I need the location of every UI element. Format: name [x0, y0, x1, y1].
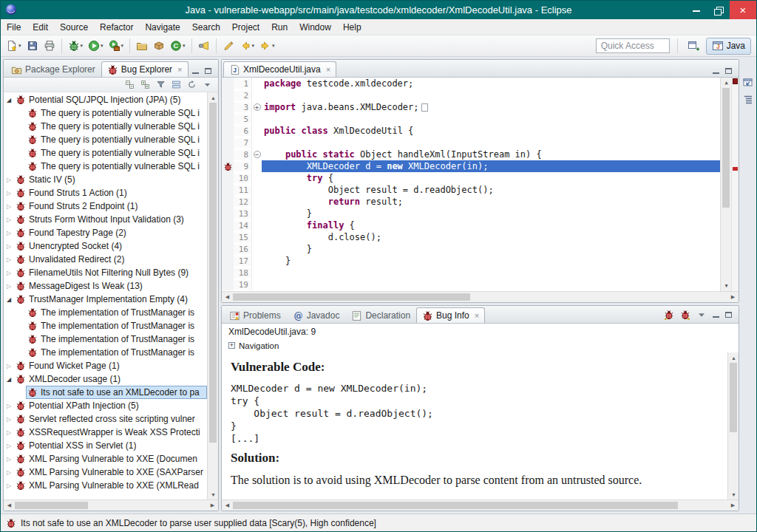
tree-item[interactable]: ▷Unencrypted Socket (4)	[4, 239, 207, 253]
filter-button[interactable]	[155, 78, 167, 91]
collapsed-arrow-icon[interactable]: ▷	[4, 429, 14, 436]
tab-xmldecodeutil-java[interactable]: JXmlDecodeUtil.java×	[223, 61, 336, 77]
tab-bug-info[interactable]: Bug Info×	[416, 307, 485, 323]
scroll-left-icon[interactable]: ◀	[4, 500, 15, 511]
code-text[interactable]	[262, 113, 720, 125]
tree-item[interactable]: ▷FilenameUtils Not Filtering Null Bytes …	[4, 266, 207, 279]
collapsed-region-icon[interactable]	[421, 103, 428, 112]
code-text[interactable]: package testcode.xmldecoder;	[262, 78, 720, 89]
code-line[interactable]: 19	[222, 279, 720, 290]
tab-javadoc[interactable]: @Javadoc	[287, 307, 346, 323]
dropdown-arrow-icon[interactable]: ▾	[252, 43, 255, 49]
code-line[interactable]: 10 try {	[222, 172, 720, 184]
minimize-view-button[interactable]	[713, 68, 719, 74]
code-text[interactable]: public class XmlDecodeUtil {	[262, 125, 720, 137]
tree-item[interactable]: ▷XML Parsing Vulnerable to XXE (SAXParse…	[4, 466, 207, 479]
code-editor[interactable]: 1package testcode.xmldecoder;23+import j…	[222, 78, 739, 291]
restore-window-button[interactable]	[707, 1, 730, 19]
collapsed-arrow-icon[interactable]: ▷	[4, 416, 14, 423]
code-text[interactable]: try {	[262, 172, 720, 184]
code-line[interactable]: 15 d.close();	[222, 231, 720, 243]
code-line[interactable]: 9 XMLDecoder d = new XMLDecoder(in);	[222, 160, 720, 172]
tree-item[interactable]: ▷Potential XPath Injection (5)	[4, 399, 207, 412]
code-line[interactable]: 13 }	[222, 208, 720, 219]
code-line[interactable]: 2	[222, 89, 720, 101]
menu-file[interactable]: File	[1, 19, 27, 35]
tree-horizontal-scrollbar[interactable]: ◀▶	[4, 499, 218, 511]
scroll-down-icon[interactable]: ▼	[208, 489, 219, 499]
close-tab-icon[interactable]: ×	[177, 65, 182, 74]
tab-problems[interactable]: Problems	[223, 307, 287, 323]
tree-item[interactable]: ▷Found Struts 2 Endpoint (1)	[4, 200, 207, 213]
maximize-view-button[interactable]	[205, 68, 211, 74]
scroll-thumb[interactable]	[233, 502, 678, 509]
scroll-thumb[interactable]	[233, 293, 470, 301]
dropdown-arrow-icon[interactable]: ▾	[81, 43, 84, 49]
collapsed-arrow-icon[interactable]: ▷	[4, 456, 14, 463]
scroll-thumb[interactable]	[15, 502, 88, 509]
collapsed-arrow-icon[interactable]: ▷	[4, 177, 14, 183]
tree-item[interactable]: ◢Potential SQL/JPQL Injection (JPA) (5)	[4, 93, 207, 106]
scroll-down-icon[interactable]: ▼	[721, 281, 732, 291]
open-perspective-button[interactable]	[685, 37, 702, 55]
tree-item[interactable]: ▷Static IV (5)	[4, 173, 207, 186]
scroll-track[interactable]	[15, 500, 207, 511]
scroll-track[interactable]	[208, 103, 218, 489]
search-button[interactable]	[196, 37, 212, 55]
code-text[interactable]	[262, 89, 720, 101]
scroll-thumb[interactable]	[209, 103, 217, 443]
overview-ruler[interactable]	[731, 78, 739, 291]
tree-item[interactable]: The implementation of TrustManager is	[4, 346, 207, 359]
print-button[interactable]	[41, 37, 58, 55]
tree-item[interactable]: The query is potentially vulnerable SQL …	[4, 160, 207, 173]
scroll-down-icon[interactable]: ▼	[728, 489, 739, 499]
scroll-left-icon[interactable]: ◀	[222, 292, 233, 302]
minimize-view-button[interactable]	[713, 312, 719, 318]
code-line[interactable]: 3+import java.beans.XMLDecoder;	[222, 101, 720, 113]
tree-item[interactable]: Its not safe to use an XMLDecoder to pa	[4, 386, 207, 399]
code-text[interactable]: }	[262, 243, 720, 255]
scroll-thumb[interactable]	[730, 363, 737, 432]
menu-search[interactable]: Search	[186, 19, 226, 35]
tree-item[interactable]: The implementation of TrustManager is	[4, 319, 207, 332]
menu-help[interactable]: Help	[337, 19, 367, 35]
collapsed-arrow-icon[interactable]: ▷	[4, 270, 14, 276]
scroll-track[interactable]	[233, 292, 727, 302]
tree-item[interactable]: The query is potentially vulnerable SQL …	[4, 106, 207, 120]
titlebar[interactable]: Java - vulnerable-webapp/src/main/java/t…	[1, 1, 756, 19]
collapsed-arrow-icon[interactable]: ▷	[4, 403, 14, 409]
previous-bug-button[interactable]	[664, 310, 674, 320]
tree-item[interactable]: The query is potentially vulnerable SQL …	[4, 120, 207, 133]
navigation-expander-icon[interactable]: +	[228, 342, 235, 349]
tree-item[interactable]: The implementation of TrustManager is	[4, 306, 207, 319]
scroll-right-icon[interactable]: ▶	[207, 500, 218, 511]
scroll-right-icon[interactable]: ▶	[727, 500, 739, 511]
code-text[interactable]: Object result = d.readObject();	[262, 184, 720, 196]
tree-item[interactable]: ▷Unvalidated Redirect (2)	[4, 253, 207, 266]
code-line[interactable]: 16 }	[222, 243, 720, 255]
bug-annotation-marker[interactable]	[733, 167, 738, 171]
collapsed-arrow-icon[interactable]: ▷	[4, 243, 14, 250]
menu-run[interactable]: Run	[265, 19, 293, 35]
new-java-project-button[interactable]	[134, 37, 150, 55]
menu-project[interactable]: Project	[226, 19, 265, 35]
collapsed-arrow-icon[interactable]: ▷	[4, 283, 14, 290]
fold-minus-icon[interactable]: −	[251, 149, 262, 160]
refresh-button[interactable]	[186, 78, 198, 91]
code-text[interactable]: }	[262, 255, 720, 267]
code-line[interactable]: 1package testcode.xmldecoder;	[222, 78, 720, 89]
collapsed-arrow-icon[interactable]: ▷	[4, 216, 14, 223]
code-text[interactable]: finally {	[262, 219, 720, 231]
code-text[interactable]	[262, 267, 720, 279]
close-window-button[interactable]: ×	[730, 1, 756, 19]
tab-bug-explorer[interactable]: Bug Explorer×	[101, 61, 189, 77]
tree-item[interactable]: ▷Found Struts 1 Action (1)	[4, 186, 207, 200]
collapsed-arrow-icon[interactable]: ▷	[4, 203, 14, 210]
view-menu-button[interactable]	[201, 78, 214, 91]
scroll-up-icon[interactable]: ▲	[728, 352, 739, 363]
tree-item[interactable]: ▷Potential XSS in Servlet (1)	[4, 439, 207, 452]
minimize-window-button[interactable]	[685, 1, 707, 19]
code-line[interactable]: 17 }	[222, 255, 720, 267]
expand-all-button[interactable]	[139, 78, 152, 91]
scroll-track[interactable]	[728, 363, 739, 489]
